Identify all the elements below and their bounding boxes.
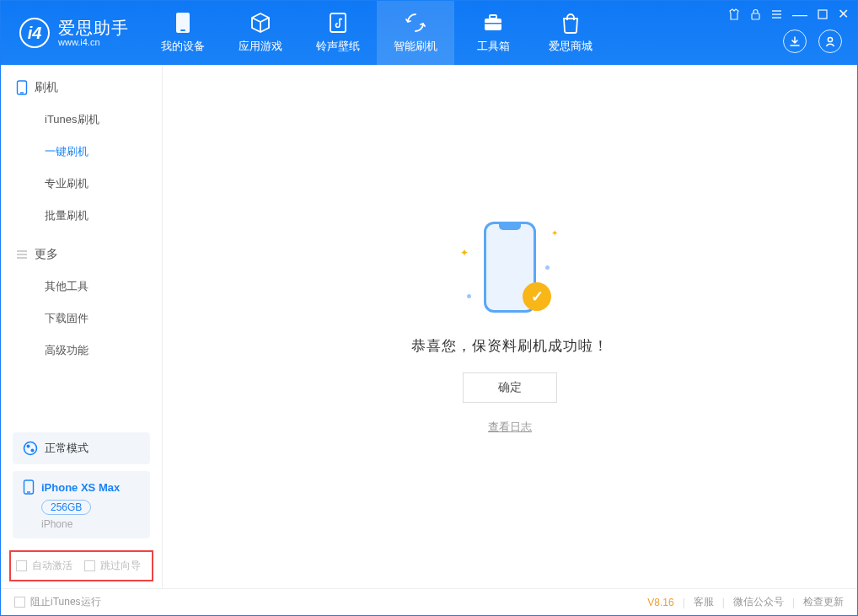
checkbox-block-itunes[interactable]: 阻止iTunes运行: [14, 595, 101, 609]
tab-apps-games[interactable]: 应用游戏: [222, 1, 299, 65]
sidebar-item-pro-flash[interactable]: 专业刷机: [1, 168, 162, 200]
section-title: 更多: [35, 247, 58, 262]
svg-rect-6: [752, 13, 759, 19]
success-illustration: ✦ ✦ ✓: [464, 218, 556, 319]
lock-icon[interactable]: [750, 8, 761, 20]
tab-label: 爱思商城: [549, 39, 593, 54]
checkbox-label: 跳过向导: [100, 559, 141, 573]
checkbox-label: 阻止iTunes运行: [30, 595, 101, 609]
phone-outline-icon: [16, 80, 28, 95]
mode-label: 正常模式: [45, 441, 88, 456]
svg-rect-5: [485, 23, 501, 24]
success-message: 恭喜您，保资料刷机成功啦！: [411, 336, 609, 356]
svg-point-19: [31, 449, 35, 453]
shirt-icon[interactable]: [728, 8, 740, 20]
tab-ringtone-wallpaper[interactable]: 铃声壁纸: [299, 1, 377, 65]
svg-rect-4: [490, 15, 496, 19]
menu-icon[interactable]: [771, 9, 782, 19]
checkbox-icon: [14, 597, 25, 608]
device-type: iPhone: [41, 518, 140, 530]
version-label: V8.16: [647, 597, 673, 608]
list-icon: [16, 249, 28, 260]
app-url: www.i4.cn: [58, 37, 129, 47]
device-card[interactable]: iPhone XS Max 256GB iPhone: [13, 471, 150, 538]
titlebar: i4 爱思助手 www.i4.cn 我的设备 应用游戏 铃声壁纸 智能刷机: [1, 1, 857, 65]
titlebar-actions: [783, 29, 842, 53]
checkbox-auto-activate[interactable]: 自动激活: [16, 559, 72, 573]
checkbox-skip-guide[interactable]: 跳过向导: [84, 559, 141, 573]
tab-label: 我的设备: [161, 39, 205, 54]
main-content: ✦ ✦ ✓ 恭喜您，保资料刷机成功啦！ 确定 查看日志: [163, 65, 857, 588]
tab-store[interactable]: 爱思商城: [532, 1, 609, 65]
tab-smart-flash[interactable]: 智能刷机: [377, 1, 454, 65]
dot-icon: [467, 294, 471, 298]
ok-button[interactable]: 确定: [463, 372, 557, 403]
view-log-link[interactable]: 查看日志: [488, 420, 532, 435]
briefcase-icon: [482, 12, 504, 34]
sidebar-section-more: 更多: [1, 232, 162, 271]
tab-label: 工具箱: [477, 39, 510, 54]
checkmark-badge-icon: ✓: [523, 282, 551, 311]
tab-my-device[interactable]: 我的设备: [144, 1, 222, 65]
tab-label: 应用游戏: [239, 39, 282, 54]
svg-rect-10: [818, 10, 827, 19]
music-file-icon: [327, 12, 349, 34]
svg-point-11: [828, 37, 832, 41]
bag-icon: [560, 12, 582, 34]
tab-label: 铃声壁纸: [316, 39, 360, 54]
app-logo: i4 爱思助手 www.i4.cn: [1, 18, 144, 48]
cube-icon: [249, 12, 271, 34]
svg-rect-2: [330, 13, 346, 32]
checkbox-icon: [16, 560, 27, 571]
device-name-text: iPhone XS Max: [41, 481, 120, 494]
footer-link-wechat[interactable]: 微信公众号: [733, 595, 784, 609]
download-button[interactable]: [783, 29, 807, 53]
sidebar-item-one-click-flash[interactable]: 一键刷机: [1, 136, 162, 168]
maximize-button[interactable]: [818, 9, 828, 19]
tab-label: 智能刷机: [394, 39, 437, 54]
svg-point-18: [27, 445, 30, 448]
checkbox-icon: [84, 560, 95, 571]
section-title: 刷机: [35, 80, 58, 95]
highlighted-options: 自动激活 跳过向导: [9, 550, 153, 581]
sparkle-icon: ✦: [551, 228, 558, 238]
logo-icon: i4: [19, 18, 50, 48]
sidebar-item-download-firmware[interactable]: 下载固件: [1, 303, 162, 335]
footer-link-support[interactable]: 客服: [694, 595, 714, 609]
body: 刷机 iTunes刷机 一键刷机 专业刷机 批量刷机 更多 其他工具 下载固件 …: [1, 65, 857, 588]
minimize-button[interactable]: —: [792, 11, 807, 18]
device-capacity: 256GB: [41, 500, 91, 515]
mode-icon: [23, 441, 38, 456]
nav-tabs: 我的设备 应用游戏 铃声壁纸 智能刷机 工具箱 爱思商城: [144, 1, 609, 65]
tab-toolbox[interactable]: 工具箱: [454, 1, 532, 65]
statusbar: 阻止iTunes运行 V8.16 | 客服 | 微信公众号 | 检查更新: [1, 588, 857, 615]
sidebar-item-advanced[interactable]: 高级功能: [1, 335, 162, 367]
sidebar-section-flash: 刷机: [1, 65, 162, 104]
refresh-shield-icon: [405, 12, 426, 34]
dot-icon: [545, 265, 550, 270]
user-button[interactable]: [818, 29, 842, 53]
sidebar-item-itunes-flash[interactable]: iTunes刷机: [1, 104, 162, 136]
app-window: i4 爱思助手 www.i4.cn 我的设备 应用游戏 铃声壁纸 智能刷机: [0, 0, 858, 616]
window-controls: — ✕: [728, 6, 849, 22]
device-icon: [23, 479, 35, 495]
svg-rect-1: [180, 29, 185, 31]
sidebar: 刷机 iTunes刷机 一键刷机 专业刷机 批量刷机 更多 其他工具 下载固件 …: [1, 65, 163, 588]
app-name: 爱思助手: [58, 19, 129, 37]
close-button[interactable]: ✕: [838, 6, 849, 22]
sidebar-item-batch-flash[interactable]: 批量刷机: [1, 200, 162, 232]
footer-link-check-update[interactable]: 检查更新: [803, 595, 844, 609]
svg-point-17: [24, 442, 37, 455]
sparkle-icon: ✦: [460, 247, 469, 259]
device-icon: [172, 12, 194, 34]
checkbox-label: 自动激活: [32, 559, 72, 573]
svg-rect-3: [485, 19, 501, 30]
mode-indicator[interactable]: 正常模式: [13, 432, 150, 464]
sidebar-item-other-tools[interactable]: 其他工具: [1, 271, 162, 303]
